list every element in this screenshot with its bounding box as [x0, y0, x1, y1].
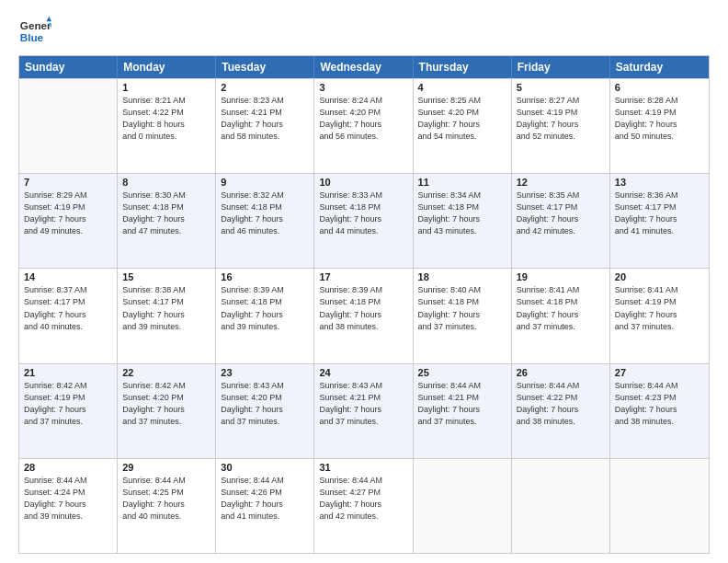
day-number: 12 — [517, 177, 605, 188]
day-info: Sunrise: 8:35 AM Sunset: 4:17 PM Dayligh… — [517, 190, 605, 237]
day-cell-25: 25Sunrise: 8:44 AM Sunset: 4:21 PM Dayli… — [414, 364, 512, 458]
day-info: Sunrise: 8:29 AM Sunset: 4:19 PM Dayligh… — [24, 190, 112, 237]
day-cell-2: 2Sunrise: 8:23 AM Sunset: 4:21 PM Daylig… — [216, 79, 314, 173]
day-info: Sunrise: 8:44 AM Sunset: 4:23 PM Dayligh… — [615, 380, 704, 428]
day-cell-24: 24Sunrise: 8:43 AM Sunset: 4:21 PM Dayli… — [314, 364, 413, 458]
header-day-monday: Monday — [118, 56, 216, 78]
day-number: 13 — [615, 177, 704, 188]
day-cell-16: 16Sunrise: 8:39 AM Sunset: 4:18 PM Dayli… — [216, 269, 314, 362]
day-number: 21 — [24, 367, 112, 378]
day-cell-13: 13Sunrise: 8:36 AM Sunset: 4:17 PM Dayli… — [610, 174, 709, 268]
day-cell-31: 31Sunrise: 8:44 AM Sunset: 4:27 PM Dayli… — [314, 459, 413, 553]
day-cell-3: 3Sunrise: 8:24 AM Sunset: 4:20 PM Daylig… — [314, 79, 413, 173]
day-number: 15 — [122, 271, 210, 282]
day-cell-7: 7Sunrise: 8:29 AM Sunset: 4:19 PM Daylig… — [19, 174, 118, 268]
day-number: 6 — [615, 82, 704, 93]
day-number: 8 — [122, 177, 210, 188]
calendar-week-3: 14Sunrise: 8:37 AM Sunset: 4:17 PM Dayli… — [19, 268, 709, 362]
day-info: Sunrise: 8:44 AM Sunset: 4:22 PM Dayligh… — [517, 380, 605, 428]
day-cell-10: 10Sunrise: 8:33 AM Sunset: 4:18 PM Dayli… — [314, 174, 413, 268]
day-info: Sunrise: 8:44 AM Sunset: 4:21 PM Dayligh… — [418, 380, 506, 428]
day-info: Sunrise: 8:36 AM Sunset: 4:17 PM Dayligh… — [615, 190, 704, 237]
day-cell-14: 14Sunrise: 8:37 AM Sunset: 4:17 PM Dayli… — [19, 269, 118, 362]
day-cell-1: 1Sunrise: 8:21 AM Sunset: 4:22 PM Daylig… — [118, 79, 216, 173]
day-info: Sunrise: 8:39 AM Sunset: 4:18 PM Dayligh… — [221, 284, 309, 332]
generalblue-logo-icon: General Blue — [18, 15, 51, 48]
day-number: 19 — [517, 271, 605, 282]
day-cell-5: 5Sunrise: 8:27 AM Sunset: 4:19 PM Daylig… — [512, 79, 610, 173]
day-number: 16 — [221, 271, 309, 282]
day-cell-4: 4Sunrise: 8:25 AM Sunset: 4:20 PM Daylig… — [414, 79, 512, 173]
day-info: Sunrise: 8:38 AM Sunset: 4:17 PM Dayligh… — [122, 284, 210, 332]
day-number: 26 — [517, 367, 605, 378]
day-info: Sunrise: 8:44 AM Sunset: 4:24 PM Dayligh… — [24, 475, 112, 523]
logo: General Blue — [18, 15, 51, 48]
header: General Blue — [18, 15, 710, 48]
day-number: 30 — [221, 462, 309, 473]
day-info: Sunrise: 8:43 AM Sunset: 4:21 PM Dayligh… — [319, 380, 407, 428]
day-cell-15: 15Sunrise: 8:38 AM Sunset: 4:17 PM Dayli… — [118, 269, 216, 362]
day-cell-22: 22Sunrise: 8:42 AM Sunset: 4:20 PM Dayli… — [118, 364, 216, 458]
day-number: 18 — [418, 271, 506, 282]
day-number: 22 — [122, 367, 210, 378]
day-cell-23: 23Sunrise: 8:43 AM Sunset: 4:20 PM Dayli… — [216, 364, 314, 458]
day-cell-17: 17Sunrise: 8:39 AM Sunset: 4:18 PM Dayli… — [314, 269, 413, 362]
day-cell-12: 12Sunrise: 8:35 AM Sunset: 4:17 PM Dayli… — [512, 174, 610, 268]
day-number: 23 — [221, 367, 309, 378]
day-info: Sunrise: 8:42 AM Sunset: 4:20 PM Dayligh… — [122, 380, 210, 428]
page: General Blue SundayMondayTuesdayWednesda… — [0, 0, 728, 563]
header-day-wednesday: Wednesday — [314, 56, 413, 78]
calendar-week-4: 21Sunrise: 8:42 AM Sunset: 4:19 PM Dayli… — [19, 363, 709, 458]
day-info: Sunrise: 8:28 AM Sunset: 4:19 PM Dayligh… — [615, 95, 704, 143]
day-cell-30: 30Sunrise: 8:44 AM Sunset: 4:26 PM Dayli… — [216, 459, 314, 553]
header-day-thursday: Thursday — [414, 56, 512, 78]
day-info: Sunrise: 8:39 AM Sunset: 4:18 PM Dayligh… — [319, 284, 407, 332]
day-cell-11: 11Sunrise: 8:34 AM Sunset: 4:18 PM Dayli… — [414, 174, 512, 268]
day-number: 3 — [319, 82, 407, 93]
day-info: Sunrise: 8:34 AM Sunset: 4:18 PM Dayligh… — [418, 190, 506, 237]
day-info: Sunrise: 8:23 AM Sunset: 4:21 PM Dayligh… — [221, 95, 309, 143]
day-cell-18: 18Sunrise: 8:40 AM Sunset: 4:18 PM Dayli… — [414, 269, 512, 362]
day-info: Sunrise: 8:25 AM Sunset: 4:20 PM Dayligh… — [418, 95, 506, 143]
calendar: SundayMondayTuesdayWednesdayThursdayFrid… — [18, 55, 710, 554]
calendar-week-5: 28Sunrise: 8:44 AM Sunset: 4:24 PM Dayli… — [19, 458, 709, 553]
empty-cell — [19, 79, 118, 173]
day-cell-26: 26Sunrise: 8:44 AM Sunset: 4:22 PM Dayli… — [512, 364, 610, 458]
calendar-header-row: SundayMondayTuesdayWednesdayThursdayFrid… — [19, 56, 709, 78]
day-number: 20 — [615, 271, 704, 282]
day-number: 1 — [122, 82, 210, 93]
day-info: Sunrise: 8:41 AM Sunset: 4:18 PM Dayligh… — [517, 284, 605, 332]
day-info: Sunrise: 8:33 AM Sunset: 4:18 PM Dayligh… — [319, 190, 407, 237]
empty-cell — [414, 459, 512, 553]
empty-cell — [512, 459, 610, 553]
day-info: Sunrise: 8:21 AM Sunset: 4:22 PM Dayligh… — [122, 95, 210, 143]
day-number: 10 — [319, 177, 407, 188]
day-info: Sunrise: 8:43 AM Sunset: 4:20 PM Dayligh… — [221, 380, 309, 428]
day-info: Sunrise: 8:44 AM Sunset: 4:26 PM Dayligh… — [221, 475, 309, 523]
day-info: Sunrise: 8:44 AM Sunset: 4:27 PM Dayligh… — [319, 475, 407, 523]
calendar-body: 1Sunrise: 8:21 AM Sunset: 4:22 PM Daylig… — [19, 78, 709, 553]
day-cell-21: 21Sunrise: 8:42 AM Sunset: 4:19 PM Dayli… — [19, 364, 118, 458]
day-number: 31 — [319, 462, 407, 473]
day-info: Sunrise: 8:40 AM Sunset: 4:18 PM Dayligh… — [418, 284, 506, 332]
day-number: 9 — [221, 177, 309, 188]
day-number: 7 — [24, 177, 112, 188]
day-info: Sunrise: 8:42 AM Sunset: 4:19 PM Dayligh… — [24, 380, 112, 428]
day-cell-19: 19Sunrise: 8:41 AM Sunset: 4:18 PM Dayli… — [512, 269, 610, 362]
day-number: 17 — [319, 271, 407, 282]
day-cell-6: 6Sunrise: 8:28 AM Sunset: 4:19 PM Daylig… — [610, 79, 709, 173]
day-cell-29: 29Sunrise: 8:44 AM Sunset: 4:25 PM Dayli… — [118, 459, 216, 553]
day-info: Sunrise: 8:32 AM Sunset: 4:18 PM Dayligh… — [221, 190, 309, 237]
svg-text:Blue: Blue — [20, 31, 44, 43]
day-cell-8: 8Sunrise: 8:30 AM Sunset: 4:18 PM Daylig… — [118, 174, 216, 268]
day-number: 27 — [615, 367, 704, 378]
day-cell-27: 27Sunrise: 8:44 AM Sunset: 4:23 PM Dayli… — [610, 364, 709, 458]
empty-cell — [610, 459, 709, 553]
header-day-friday: Friday — [512, 56, 610, 78]
calendar-week-2: 7Sunrise: 8:29 AM Sunset: 4:19 PM Daylig… — [19, 173, 709, 268]
day-info: Sunrise: 8:44 AM Sunset: 4:25 PM Dayligh… — [122, 475, 210, 523]
day-number: 24 — [319, 367, 407, 378]
day-number: 25 — [418, 367, 506, 378]
day-cell-9: 9Sunrise: 8:32 AM Sunset: 4:18 PM Daylig… — [216, 174, 314, 268]
day-number: 14 — [24, 271, 112, 282]
